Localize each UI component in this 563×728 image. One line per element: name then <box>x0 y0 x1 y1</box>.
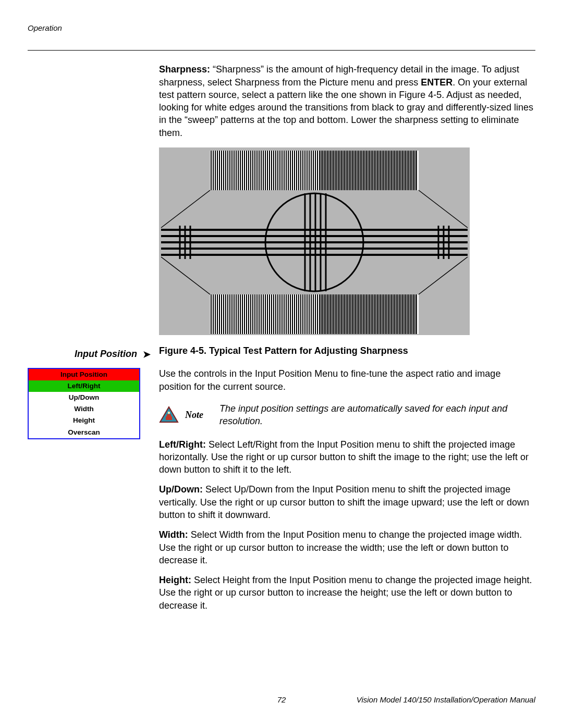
test-pattern-svg <box>159 147 470 335</box>
osd-item: Height <box>29 415 139 426</box>
main-column: Sharpness: “Sharpness” is the amount of … <box>159 63 535 619</box>
figure-4-5: Figure 4-5. Typical Test Pattern for Adj… <box>159 147 535 357</box>
section-label-text: Input Position <box>75 349 137 359</box>
note-block: Note The input position settings are aut… <box>159 402 535 428</box>
sharpness-label: Sharpness: <box>159 64 210 75</box>
width-paragraph: Width: Select Width from the Input Posit… <box>159 528 535 566</box>
section-label-input-position: Input Position ➤ <box>28 348 154 360</box>
osd-title: Input Position <box>29 369 139 380</box>
figure-caption: Figure 4-5. Typical Test Pattern for Adj… <box>159 344 535 357</box>
enter-key: ENTER <box>421 77 452 88</box>
width-label: Width: <box>159 529 188 540</box>
page-footer: 72 Vision Model 140/150 Installation/Ope… <box>28 695 535 705</box>
width-text: Select Width from the Input Position men… <box>159 529 522 565</box>
svg-rect-26 <box>166 416 172 420</box>
note-icon <box>159 406 180 424</box>
header-rule <box>28 50 535 51</box>
sharpness-paragraph: Sharpness: “Sharpness” is the amount of … <box>159 63 535 139</box>
test-pattern-image <box>159 147 470 335</box>
running-header: Operation <box>28 23 535 33</box>
sidebar-column: Input Position ➤ Input Position Left/Rig… <box>28 63 157 619</box>
height-text: Select Height from the Input Position me… <box>159 575 532 611</box>
updown-text: Select Up/Down from the Input Position m… <box>159 484 529 520</box>
height-label: Height: <box>159 575 191 585</box>
osd-item: Up/Down <box>29 392 139 403</box>
osd-item: Width <box>29 403 139 415</box>
input-position-intro: Use the controls in the Input Position M… <box>159 367 535 393</box>
manual-title: Vision Model 140/150 Installation/Operat… <box>357 695 535 705</box>
arrow-right-icon: ➤ <box>143 349 151 360</box>
updown-paragraph: Up/Down: Select Up/Down from the Input P… <box>159 483 535 521</box>
height-paragraph: Height: Select Height from the Input Pos… <box>159 574 535 612</box>
leftright-paragraph: Left/Right: Select Left/Right from the I… <box>159 438 535 476</box>
leftright-label: Left/Right: <box>159 439 206 450</box>
updown-label: Up/Down: <box>159 484 203 495</box>
leftright-text: Select Left/Right from the Input Positio… <box>159 439 529 475</box>
osd-menu-input-position: Input Position Left/Right Up/Down Width … <box>28 368 140 439</box>
osd-item-highlight: Left/Right <box>29 380 139 392</box>
note-label: Note <box>185 409 214 421</box>
svg-point-27 <box>168 412 170 414</box>
osd-item: Overscan <box>29 427 139 438</box>
note-text: The input position settings are automati… <box>219 402 535 428</box>
